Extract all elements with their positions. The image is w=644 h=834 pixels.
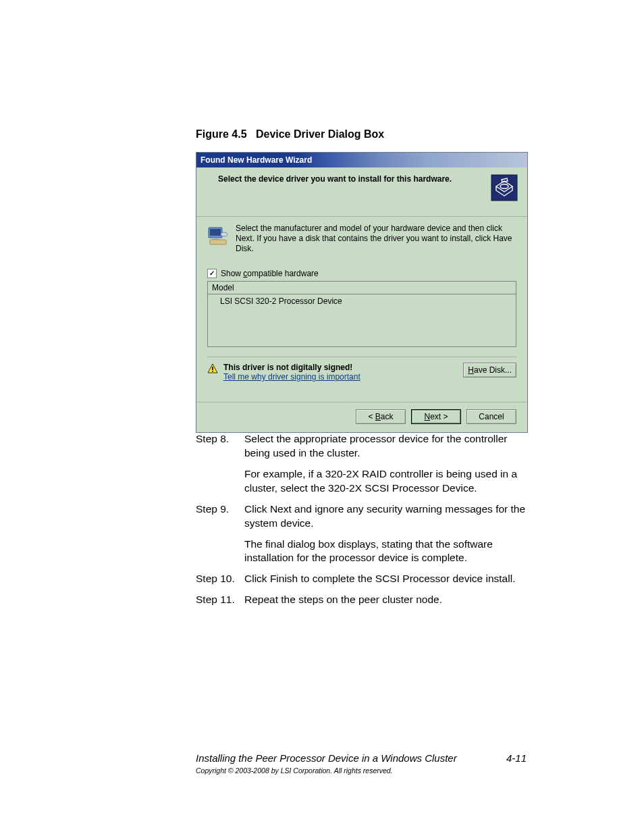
- dialog-header: Select the device driver you want to ins…: [196, 167, 527, 217]
- instruction-text: Select the manufacturer and model of you…: [236, 224, 516, 254]
- svg-rect-9: [212, 371, 213, 372]
- step-10: Step 10. Click Finish to complete the SC…: [196, 572, 527, 586]
- back-button[interactable]: < Back: [356, 409, 406, 424]
- step-9-cont: The final dialog box displays, stating t…: [244, 538, 527, 566]
- divider: [207, 357, 516, 357]
- step-label: Step 8.: [196, 432, 244, 461]
- computer-icon: [207, 225, 229, 246]
- signing-row: This driver is not digitally signed! Tel…: [207, 363, 516, 382]
- have-disk-button[interactable]: Have Disk...: [463, 363, 516, 377]
- footer-copyright: Copyright © 2003-2008 by LSI Corporation…: [196, 766, 527, 775]
- signing-text: This driver is not digitally signed! Tel…: [223, 363, 360, 382]
- signing-link[interactable]: Tell me why driver signing is important: [223, 372, 360, 382]
- step-label: Step 9.: [196, 502, 244, 531]
- step-8-cont: For example, if a 320-2X RAID controller…: [244, 467, 527, 496]
- next-button[interactable]: Next >: [411, 409, 461, 424]
- instruction-row: Select the manufacturer and model of you…: [207, 224, 516, 254]
- driver-disk-icon: [491, 174, 518, 201]
- model-list[interactable]: Model LSI SCSI 320-2 Processor Device: [207, 281, 516, 347]
- step-11: Step 11. Repeat the steps on the peer cl…: [196, 593, 527, 607]
- step-8: Step 8. Select the appropriate processor…: [196, 432, 527, 461]
- step-body: Repeat the steps on the peer cluster nod…: [244, 593, 527, 607]
- page-footer: Installing the Peer Processor Device in …: [196, 752, 527, 775]
- steps: Step 8. Select the appropriate processor…: [196, 432, 527, 614]
- dialog-title-text: Found New Hardware Wizard: [200, 155, 312, 165]
- cancel-button[interactable]: Cancel: [466, 409, 516, 424]
- svg-rect-5: [210, 240, 226, 244]
- svg-rect-3: [210, 229, 221, 236]
- model-list-item[interactable]: LSI SCSI 320-2 Processor Device: [208, 294, 516, 308]
- step-body: Click Next and ignore any security warni…: [244, 502, 527, 531]
- step-9: Step 9. Click Next and ignore any securi…: [196, 502, 527, 531]
- svg-point-6: [221, 232, 227, 236]
- dialog-footer: < Back Next > Cancel: [196, 402, 527, 432]
- footer-section: Installing the Peer Processor Device in …: [196, 752, 457, 764]
- model-list-header: Model: [208, 282, 516, 294]
- show-compatible-row[interactable]: ✓ Show compatible hardware: [207, 269, 516, 278]
- signing-left: This driver is not digitally signed! Tel…: [207, 363, 360, 382]
- svg-rect-8: [212, 367, 213, 370]
- step-body: Select the appropriate processor device …: [244, 432, 527, 461]
- figure-label: Figure 4.5: [196, 128, 247, 140]
- dialog-header-text: Select the device driver you want to ins…: [218, 174, 468, 184]
- footer-title-row: Installing the Peer Processor Device in …: [196, 752, 527, 764]
- figure-title: Device Driver Dialog Box: [256, 128, 384, 140]
- step-label: Step 11.: [196, 593, 244, 607]
- footer-page-number: 4-11: [506, 752, 527, 764]
- step-label: Step 10.: [196, 572, 244, 586]
- driver-dialog: Found New Hardware Wizard Select the dev…: [196, 152, 528, 433]
- step-body: Click Finish to complete the SCSI Proces…: [244, 572, 527, 586]
- show-compatible-checkbox[interactable]: ✓: [207, 269, 217, 278]
- signing-not-signed: This driver is not digitally signed!: [223, 363, 360, 372]
- show-compatible-label: Show compatible hardware: [221, 269, 319, 278]
- dialog-body: Select the manufacturer and model of you…: [196, 217, 527, 402]
- dialog-titlebar: Found New Hardware Wizard: [196, 153, 527, 167]
- figure-caption: Figure 4.5 Device Driver Dialog Box: [196, 128, 384, 140]
- warning-icon: [207, 363, 218, 374]
